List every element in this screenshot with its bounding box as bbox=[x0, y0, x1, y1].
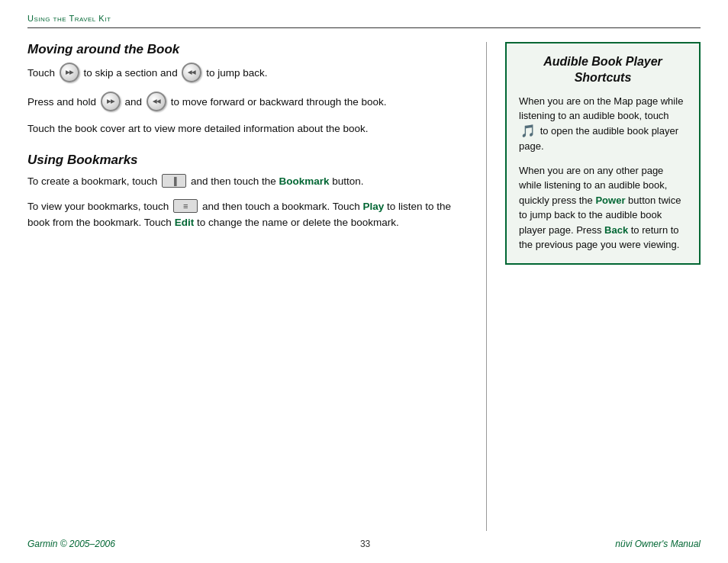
sidebar-title: Audible Book Player Shortcuts bbox=[519, 54, 687, 86]
forward-hold-icon bbox=[101, 92, 121, 111]
edit-link: Edit bbox=[175, 217, 195, 228]
section-bookmarks-title: Using Bookmarks bbox=[27, 153, 463, 168]
page-footer: Garmin © 2005–2006 33 nüvi Owner's Manua… bbox=[27, 531, 701, 549]
bookmark-link: Bookmark bbox=[279, 175, 329, 187]
bookmarks-para1: To create a bookmark, touch and then tou… bbox=[27, 174, 463, 190]
play-link: Play bbox=[363, 201, 385, 212]
bookmark-list-icon bbox=[173, 199, 198, 213]
page-header: Using the Travel Kit bbox=[27, 14, 701, 28]
sidebar-para1: When you are on the Map page while liste… bbox=[519, 94, 687, 154]
footer-manual-title: nüvi Owner's Manual bbox=[615, 539, 701, 549]
forward-button-icon bbox=[60, 63, 79, 82]
back-link: Back bbox=[604, 224, 628, 236]
section-moving: Moving around the Book Touch to skip a s… bbox=[27, 42, 463, 137]
rewind-hold-icon bbox=[147, 92, 166, 111]
moving-para3: Touch the book cover art to view more de… bbox=[27, 121, 463, 137]
music-note-icon: 🎵 bbox=[520, 124, 536, 139]
section-moving-title: Moving around the Book bbox=[27, 42, 463, 57]
left-column: Moving around the Book Touch to skip a s… bbox=[27, 42, 487, 531]
content-area: Moving around the Book Touch to skip a s… bbox=[27, 42, 701, 531]
bookmarks-para2: To view your bookmarks, touch and then t… bbox=[27, 199, 463, 231]
footer-copyright: Garmin © 2005–2006 bbox=[27, 539, 115, 549]
moving-para2: Press and hold and to move forward or ba… bbox=[27, 92, 463, 112]
page: Using the Travel Kit Moving around the B… bbox=[0, 0, 728, 563]
moving-para1: Touch to skip a section and to jump back… bbox=[27, 63, 463, 83]
right-column: Audible Book Player Shortcuts When you a… bbox=[487, 42, 701, 531]
rewind-button-icon bbox=[182, 63, 201, 82]
section-bookmarks: Using Bookmarks To create a bookmark, to… bbox=[27, 153, 463, 231]
sidebar-para2: When you are on any other page while lis… bbox=[519, 163, 687, 253]
power-link: Power bbox=[595, 195, 625, 206]
footer-page-number: 33 bbox=[360, 539, 370, 549]
bookmark-create-icon bbox=[162, 174, 186, 188]
header-title: Using the Travel Kit bbox=[27, 14, 111, 23]
sidebar-box: Audible Book Player Shortcuts When you a… bbox=[505, 42, 701, 265]
